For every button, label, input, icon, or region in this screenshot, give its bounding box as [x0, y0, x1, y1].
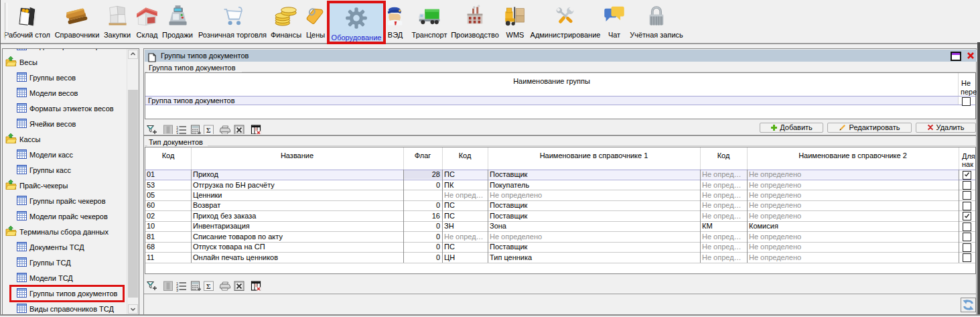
svg-text:Σ: Σ: [206, 127, 211, 134]
svg-text:3: 3: [176, 288, 178, 292]
svg-text:Σ: Σ: [206, 283, 211, 290]
